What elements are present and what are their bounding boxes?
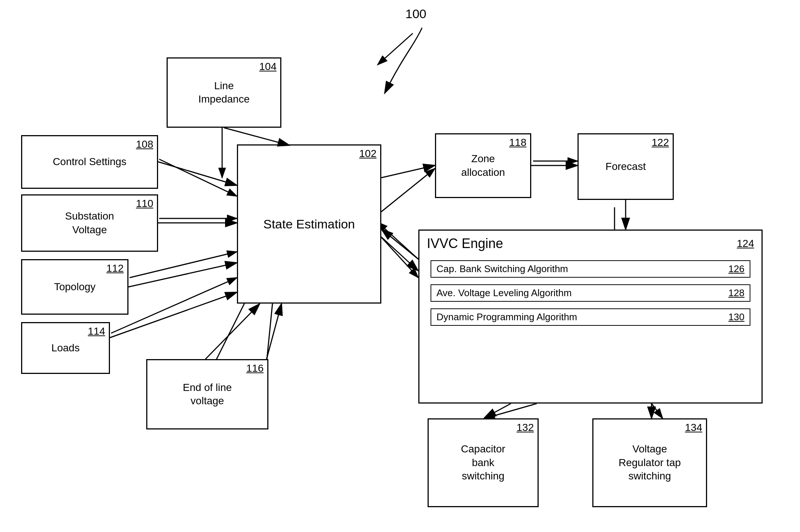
- svg-line-18: [224, 128, 289, 145]
- box-104-number: 104: [259, 61, 277, 73]
- algo-128: Ave. Voltage Leveling Algorithm 128: [431, 284, 750, 302]
- ref-100-label: 100: [405, 7, 426, 21]
- algo-126-label: Cap. Bank Switching Algorithm: [436, 263, 568, 275]
- box-108: 108 Control Settings: [21, 135, 158, 189]
- box-102-label: State Estimation: [263, 216, 355, 232]
- box-122: 122 Forecast: [578, 133, 674, 200]
- svg-line-9: [378, 168, 435, 215]
- box-114-number: 114: [88, 325, 105, 337]
- svg-line-15: [652, 404, 663, 418]
- box-110-label: SubstationVoltage: [65, 210, 114, 237]
- svg-line-1: [378, 33, 413, 65]
- box-110: 110 SubstationVoltage: [21, 194, 158, 252]
- box-124-number: 124: [737, 238, 754, 250]
- box-102-number: 102: [359, 148, 376, 160]
- box-116-number: 116: [246, 362, 264, 374]
- svg-line-14: [485, 404, 537, 418]
- algo-128-number: 128: [729, 287, 744, 299]
- svg-line-24: [267, 304, 281, 359]
- algo-130: Dynamic Programming Algorithm 130: [431, 308, 750, 326]
- box-116: 116 End of linevoltage: [146, 359, 268, 429]
- box-122-label: Forecast: [606, 160, 646, 173]
- svg-line-13: [378, 222, 418, 259]
- svg-line-23: [205, 304, 259, 359]
- diagram: 100 104 LineImpedance 108 Control Settin…: [0, 0, 800, 532]
- algo-130-number: 130: [729, 311, 744, 323]
- box-118-number: 118: [509, 137, 526, 148]
- svg-line-30: [485, 404, 511, 418]
- box-114-label: Loads: [51, 341, 80, 355]
- svg-line-6: [111, 278, 237, 333]
- svg-line-25: [381, 165, 434, 178]
- box-112-number: 112: [106, 262, 124, 274]
- svg-line-22: [110, 292, 236, 338]
- box-112-label: Topology: [54, 280, 96, 294]
- box-134-number: 134: [685, 422, 702, 434]
- box-114: 114 Loads: [21, 322, 110, 374]
- svg-line-19: [158, 162, 236, 185]
- box-124: IVVC Engine 124 Cap. Bank Switching Algo…: [418, 230, 763, 404]
- box-132-number: 132: [516, 422, 534, 434]
- box-118-label: Zoneallocation: [461, 152, 505, 179]
- box-118: 118 Zoneallocation: [435, 133, 531, 198]
- box-124-label: IVVC Engine: [427, 236, 503, 251]
- algo-128-label: Ave. Voltage Leveling Algorithm: [436, 287, 572, 299]
- algo-126: Cap. Bank Switching Algorithm 126: [431, 260, 750, 278]
- box-104: 104 LineImpedance: [167, 57, 281, 128]
- box-112: 112 Topology: [21, 259, 128, 315]
- box-132: 132 Capacitorbankswitching: [428, 418, 539, 507]
- box-108-label: Control Settings: [53, 155, 126, 168]
- box-102: 102 State Estimation: [237, 144, 381, 304]
- algo-130-label: Dynamic Programming Algorithm: [436, 311, 577, 323]
- box-122-number: 122: [652, 137, 669, 148]
- svg-line-28: [381, 237, 418, 270]
- box-116-label: End of linevoltage: [183, 381, 232, 408]
- svg-line-3: [159, 159, 237, 196]
- algo-126-number: 126: [729, 263, 744, 275]
- box-110-number: 110: [136, 198, 153, 210]
- box-132-label: Capacitorbankswitching: [461, 442, 505, 483]
- svg-line-21: [128, 263, 236, 287]
- box-134-label: VoltageRegulator tapswitching: [619, 442, 681, 483]
- box-108-number: 108: [136, 138, 153, 150]
- box-134: 134 VoltageRegulator tapswitching: [592, 418, 707, 507]
- svg-line-5: [130, 252, 237, 278]
- svg-line-29: [382, 230, 418, 259]
- box-104-label: LineImpedance: [198, 79, 250, 106]
- svg-line-12: [378, 233, 418, 278]
